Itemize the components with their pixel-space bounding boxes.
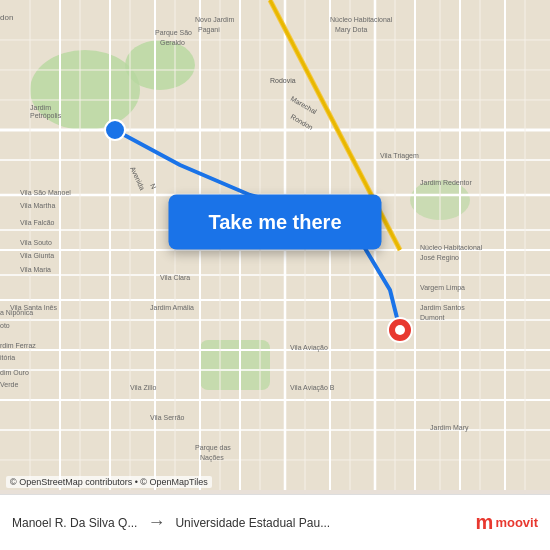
svg-text:Geraldo: Geraldo [160,39,185,46]
svg-text:Jardim Amália: Jardim Amália [150,304,194,311]
bottom-bar: Manoel R. Da Silva Q... → Universidade E… [0,494,550,550]
svg-text:Verde: Verde [0,381,18,388]
map-container: Jardim Petrópolis Vila São Manoel Vila M… [0,0,550,494]
svg-text:Novo Jardim: Novo Jardim [195,16,234,23]
svg-text:Vila Aviação B: Vila Aviação B [290,384,335,392]
svg-text:Vila São Manoel: Vila São Manoel [20,189,71,196]
svg-text:Vila Martha: Vila Martha [20,202,55,209]
svg-text:don: don [0,13,13,22]
svg-text:oto: oto [0,322,10,329]
svg-text:dim Ouro: dim Ouro [0,369,29,376]
moovit-logo: m moovit [476,511,538,534]
svg-text:Jardim Mary: Jardim Mary [430,424,469,432]
map-attribution: © OpenStreetMap contributors • © OpenMap… [6,476,212,488]
moovit-logo-m: m [476,511,494,534]
svg-text:Vila Serrão: Vila Serrão [150,414,185,421]
svg-text:Nações: Nações [200,454,224,462]
svg-text:Parque das: Parque das [195,444,231,452]
svg-text:Jardim Santos: Jardim Santos [420,304,465,311]
moovit-logo-text: moovit [495,515,538,530]
svg-text:Vila Zillo: Vila Zillo [130,384,156,391]
svg-text:itória: itória [0,354,15,361]
svg-text:a Nipônica: a Nipônica [0,309,33,317]
svg-text:Vila Triagem: Vila Triagem [380,152,419,160]
origin-label: Manoel R. Da Silva Q... [12,516,137,530]
destination-label: Universidade Estadual Pau... [175,516,330,530]
app: Jardim Petrópolis Vila São Manoel Vila M… [0,0,550,550]
svg-text:Petrópolis: Petrópolis [30,112,62,120]
svg-text:Núcleo Habitacional: Núcleo Habitacional [330,16,393,23]
svg-text:Vila Souto: Vila Souto [20,239,52,246]
destination-endpoint: Universidade Estadual Pau... [175,516,330,530]
take-me-there-button[interactable]: Take me there [168,195,381,250]
svg-text:Jardim Redentor: Jardim Redentor [420,179,472,186]
svg-text:Jardim: Jardim [30,104,51,111]
svg-text:Núcleo Habitacional: Núcleo Habitacional [420,244,483,251]
svg-text:Vila Maria: Vila Maria [20,266,51,273]
svg-text:Vila Falcão: Vila Falcão [20,219,55,226]
svg-text:Parque São: Parque São [155,29,192,37]
svg-text:Dumont: Dumont [420,314,445,321]
svg-text:Vila Giunta: Vila Giunta [20,252,54,259]
svg-text:Vila Aviação: Vila Aviação [290,344,328,352]
svg-text:rdim Ferraz: rdim Ferraz [0,342,36,349]
svg-point-91 [395,325,405,335]
svg-text:Mary Dota: Mary Dota [335,26,367,34]
svg-text:Rodovia: Rodovia [270,77,296,84]
svg-point-2 [125,40,195,90]
svg-point-89 [105,120,125,140]
origin-endpoint: Manoel R. Da Silva Q... [12,516,137,530]
svg-text:Vargem Limpa: Vargem Limpa [420,284,465,292]
svg-text:José Regino: José Regino [420,254,459,262]
svg-text:Vila Clara: Vila Clara [160,274,190,281]
route-arrow-icon: → [147,512,165,533]
svg-text:Pagani: Pagani [198,26,220,34]
